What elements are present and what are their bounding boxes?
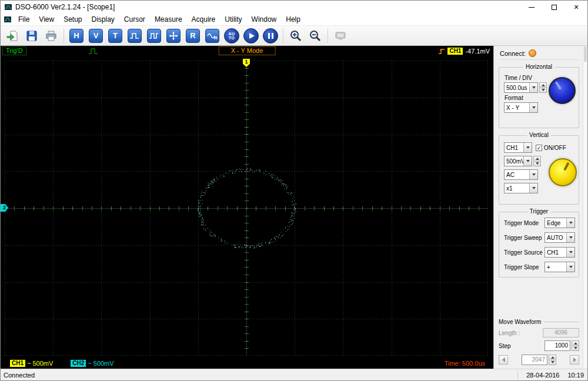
- menu-setup[interactable]: Setup: [59, 14, 86, 25]
- window-title: DSO-6000 Ver2.1.24 - [Scope1]: [15, 3, 115, 11]
- chevron-down-icon[interactable]: [529, 183, 537, 193]
- run-button[interactable]: [242, 27, 260, 44]
- print-button[interactable]: [42, 27, 60, 44]
- menu-window[interactable]: Window: [247, 14, 282, 25]
- move-left-button[interactable]: [499, 355, 508, 365]
- remote-disabled-icon: [335, 31, 346, 41]
- panel-scrollbar[interactable]: [583, 46, 587, 369]
- trigger-source-label: Trigger Source: [504, 249, 543, 256]
- chevron-down-icon[interactable]: [523, 143, 532, 152]
- onoff-label: ON/OFF: [544, 145, 566, 151]
- chevron-down-icon[interactable]: [566, 233, 574, 242]
- menu-help[interactable]: Help: [281, 14, 305, 25]
- record-icon: R: [186, 29, 200, 43]
- menu-cursor[interactable]: Cursor: [119, 14, 150, 25]
- length-label: Length :: [499, 330, 520, 336]
- menu-display[interactable]: Display: [87, 14, 119, 25]
- step-up-icon[interactable]: [572, 340, 579, 346]
- step-up-icon[interactable]: [533, 156, 541, 162]
- trigger-group: Trigger Trigger Mode Edge Trigger Sweep …: [499, 212, 579, 278]
- step-stepper[interactable]: [572, 340, 579, 351]
- step-down-icon[interactable]: [539, 88, 547, 93]
- display-mode-label: X - Y Mode: [219, 46, 276, 55]
- horizontal-knob[interactable]: [549, 77, 576, 104]
- time-div-stepper[interactable]: [539, 82, 547, 93]
- scrollbar-thumb[interactable]: [584, 46, 587, 62]
- step-up-icon[interactable]: [549, 355, 556, 360]
- minimize-button[interactable]: [520, 1, 543, 14]
- trigger-mode-label: Trigger Mode: [504, 220, 539, 226]
- channel-onoff-checkbox[interactable]: ✓: [536, 145, 542, 151]
- save-button[interactable]: [23, 27, 41, 44]
- menu-measure[interactable]: Measure: [150, 14, 187, 25]
- trigger-slope-select[interactable]: +: [544, 262, 575, 272]
- trigger-source-select[interactable]: CH1: [544, 247, 575, 258]
- step-down-icon[interactable]: [572, 346, 579, 352]
- horizontal-group-title: Horizontal: [523, 63, 554, 70]
- chevron-down-icon[interactable]: [566, 262, 574, 272]
- step-field[interactable]: 1000: [544, 340, 570, 351]
- close-icon: ✕: [573, 4, 579, 11]
- knob-pointer: [555, 81, 562, 90]
- waveform-window-button[interactable]: [145, 27, 163, 44]
- chevron-down-icon[interactable]: [523, 156, 532, 166]
- maximize-button[interactable]: [543, 1, 565, 14]
- knob-pointer: [563, 162, 570, 171]
- app-icon[interactable]: [4, 3, 12, 11]
- chevron-down-icon[interactable]: [529, 103, 537, 112]
- scope-screen[interactable]: 1 2: [1, 56, 493, 358]
- position-field[interactable]: 2047: [522, 355, 547, 365]
- trigger-setup-button[interactable]: T: [106, 27, 124, 44]
- single-waveform-button[interactable]: [126, 27, 143, 44]
- pause-button[interactable]: [262, 27, 279, 44]
- format-select[interactable]: X - Y: [504, 102, 538, 113]
- time-div-select[interactable]: 500.0us: [504, 82, 538, 93]
- status-date: 28-04-2016: [526, 372, 559, 379]
- menu-utility[interactable]: Utility: [220, 14, 246, 25]
- chevron-down-icon[interactable]: [566, 248, 574, 257]
- arrow-right-icon: [573, 357, 576, 362]
- step-down-icon[interactable]: [549, 360, 556, 366]
- menubar: File View Setup Display Cursor Measure A…: [1, 14, 587, 26]
- ref-waveform-button[interactable]: R: [203, 27, 221, 44]
- zoom-out-button[interactable]: [306, 27, 324, 44]
- divider: [517, 371, 518, 379]
- volts-div-stepper[interactable]: [533, 156, 541, 166]
- channel-select[interactable]: CH1: [504, 142, 532, 153]
- record-button[interactable]: R: [184, 27, 202, 44]
- menu-view[interactable]: View: [34, 14, 59, 25]
- vertical-group-title: Vertical: [527, 132, 551, 138]
- autoset-button[interactable]: AU TO: [223, 27, 240, 44]
- vertical-knob[interactable]: [549, 158, 577, 186]
- coupling-select[interactable]: AC: [504, 169, 538, 180]
- divider: [544, 322, 579, 322]
- chevron-down-icon[interactable]: [529, 170, 537, 179]
- scope-canvas[interactable]: [5, 61, 488, 356]
- position-stepper[interactable]: [549, 355, 556, 365]
- app-window: DSO-6000 Ver2.1.24 - [Scope1] ✕ File Vie…: [0, 0, 588, 381]
- trigger-sweep-select[interactable]: AUTO: [544, 232, 575, 243]
- ch1-coupling: ~: [27, 360, 31, 367]
- vertical-setup-button[interactable]: V: [87, 27, 105, 44]
- chevron-down-icon[interactable]: [529, 83, 537, 92]
- open-button[interactable]: [4, 27, 21, 44]
- volts-div-select[interactable]: 500mV: [504, 156, 532, 166]
- remote-button[interactable]: [332, 27, 349, 44]
- scope-window-icon[interactable]: [4, 15, 12, 24]
- menu-acquire[interactable]: Acquire: [187, 14, 220, 25]
- window-controls: ✕: [520, 1, 587, 14]
- probe-select[interactable]: x1: [504, 183, 538, 193]
- ch2-badge: CH2: [71, 360, 86, 367]
- trigger-group-title: Trigger: [527, 208, 550, 215]
- menu-file[interactable]: File: [14, 14, 34, 25]
- move-right-button[interactable]: [570, 355, 579, 365]
- horizontal-setup-button[interactable]: H: [68, 27, 85, 44]
- connect-indicator[interactable]: [529, 49, 536, 57]
- trigger-mode-select[interactable]: Edge: [544, 218, 575, 228]
- zoom-in-button[interactable]: [287, 27, 305, 44]
- step-up-icon[interactable]: [539, 82, 547, 88]
- close-button[interactable]: ✕: [565, 1, 587, 14]
- step-down-icon[interactable]: [533, 162, 541, 167]
- autoscale-button[interactable]: [165, 27, 182, 44]
- chevron-down-icon[interactable]: [566, 218, 574, 228]
